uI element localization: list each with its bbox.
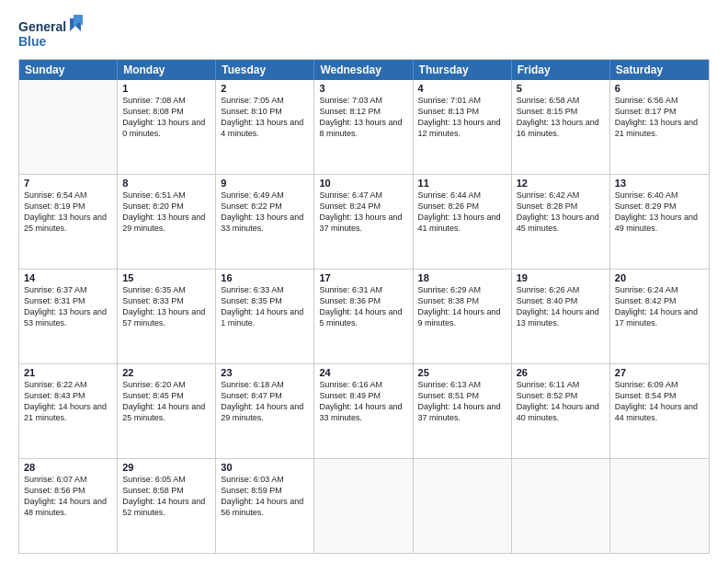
calendar-header: SundayMondayTuesdayWednesdayThursdayFrid… [19,60,709,80]
day-cell-4: 4Sunrise: 7:01 AMSunset: 8:13 PMDaylight… [414,80,512,174]
day-info: Sunrise: 6:44 AMSunset: 8:26 PMDaylight:… [418,190,501,233]
day-cell-21: 21Sunrise: 6:22 AMSunset: 8:43 PMDayligh… [19,364,118,458]
day-number: 24 [319,367,407,378]
logo: General Blue [18,15,83,52]
day-number: 15 [122,272,210,283]
day-number: 14 [24,272,112,283]
empty-cell [512,459,610,553]
day-info: Sunrise: 6:35 AMSunset: 8:33 PMDaylight:… [122,285,205,327]
day-number: 7 [24,178,112,189]
calendar-row-4: 21Sunrise: 6:22 AMSunset: 8:43 PMDayligh… [19,363,709,458]
day-cell-11: 11Sunrise: 6:44 AMSunset: 8:26 PMDayligh… [414,175,512,269]
day-cell-12: 12Sunrise: 6:42 AMSunset: 8:28 PMDayligh… [512,175,610,269]
day-info: Sunrise: 6:11 AMSunset: 8:52 PMDaylight:… [517,380,599,422]
day-info: Sunrise: 6:26 AMSunset: 8:40 PMDaylight:… [517,285,599,327]
day-cell-7: 7Sunrise: 6:54 AMSunset: 8:19 PMDaylight… [19,175,118,269]
day-cell-10: 10Sunrise: 6:47 AMSunset: 8:24 PMDayligh… [314,175,413,269]
day-info: Sunrise: 6:49 AMSunset: 8:22 PMDaylight:… [221,190,303,233]
day-info: Sunrise: 6:58 AMSunset: 8:15 PMDaylight:… [517,96,599,138]
day-number: 3 [319,83,407,94]
day-cell-13: 13Sunrise: 6:40 AMSunset: 8:29 PMDayligh… [610,175,709,269]
day-cell-23: 23Sunrise: 6:18 AMSunset: 8:47 PMDayligh… [216,364,314,458]
day-cell-27: 27Sunrise: 6:09 AMSunset: 8:54 PMDayligh… [610,364,709,458]
day-info: Sunrise: 6:33 AMSunset: 8:35 PMDaylight:… [221,285,303,327]
logo-svg: General Blue [18,15,83,52]
svg-text:General: General [18,19,66,34]
day-number: 8 [122,178,210,189]
svg-text:Blue: Blue [18,34,47,49]
day-cell-5: 5Sunrise: 6:58 AMSunset: 8:15 PMDaylight… [512,80,610,174]
day-info: Sunrise: 6:31 AMSunset: 8:36 PMDaylight:… [319,285,402,327]
header-cell-saturday: Saturday [610,60,709,80]
day-number: 29 [122,462,210,473]
calendar-row-2: 7Sunrise: 6:54 AMSunset: 8:19 PMDaylight… [19,174,709,269]
header-cell-thursday: Thursday [414,60,512,80]
day-number: 17 [319,272,407,283]
day-number: 13 [615,178,704,189]
header-cell-monday: Monday [118,60,216,80]
day-number: 25 [418,367,506,378]
day-info: Sunrise: 6:20 AMSunset: 8:45 PMDaylight:… [122,380,205,422]
day-info: Sunrise: 6:03 AMSunset: 8:59 PMDaylight:… [221,475,303,517]
day-number: 20 [615,272,704,283]
day-info: Sunrise: 7:01 AMSunset: 8:13 PMDaylight:… [418,96,501,138]
day-number: 27 [615,367,704,378]
day-number: 26 [517,367,605,378]
day-info: Sunrise: 6:13 AMSunset: 8:51 PMDaylight:… [418,380,501,422]
day-info: Sunrise: 6:42 AMSunset: 8:28 PMDaylight:… [517,190,599,233]
day-number: 28 [24,462,112,473]
day-cell-18: 18Sunrise: 6:29 AMSunset: 8:38 PMDayligh… [414,270,512,363]
day-number: 4 [418,83,506,94]
day-number: 5 [517,83,605,94]
day-info: Sunrise: 6:09 AMSunset: 8:54 PMDaylight:… [615,380,698,422]
day-info: Sunrise: 6:47 AMSunset: 8:24 PMDaylight:… [319,190,402,233]
empty-cell [414,459,512,553]
day-info: Sunrise: 6:24 AMSunset: 8:42 PMDaylight:… [615,285,698,327]
day-cell-25: 25Sunrise: 6:13 AMSunset: 8:51 PMDayligh… [414,364,512,458]
empty-cell [314,459,413,553]
calendar: SundayMondayTuesdayWednesdayThursdayFrid… [18,59,710,554]
day-number: 19 [517,272,605,283]
day-cell-22: 22Sunrise: 6:20 AMSunset: 8:45 PMDayligh… [118,364,216,458]
page-header: General Blue [18,15,710,52]
day-info: Sunrise: 7:03 AMSunset: 8:12 PMDaylight:… [319,96,402,138]
day-cell-15: 15Sunrise: 6:35 AMSunset: 8:33 PMDayligh… [118,270,216,363]
day-number: 12 [517,178,605,189]
day-number: 11 [418,178,506,189]
day-number: 16 [221,272,309,283]
day-info: Sunrise: 6:54 AMSunset: 8:19 PMDaylight:… [24,190,107,233]
day-cell-17: 17Sunrise: 6:31 AMSunset: 8:36 PMDayligh… [314,270,413,363]
day-number: 22 [122,367,210,378]
day-cell-6: 6Sunrise: 6:56 AMSunset: 8:17 PMDaylight… [610,80,709,174]
day-cell-28: 28Sunrise: 6:07 AMSunset: 8:56 PMDayligh… [19,459,118,553]
day-info: Sunrise: 6:29 AMSunset: 8:38 PMDaylight:… [418,285,501,327]
day-cell-16: 16Sunrise: 6:33 AMSunset: 8:35 PMDayligh… [216,270,314,363]
calendar-row-1: 1Sunrise: 7:08 AMSunset: 8:08 PMDaylight… [19,80,709,174]
day-info: Sunrise: 6:07 AMSunset: 8:56 PMDaylight:… [24,475,107,517]
day-cell-9: 9Sunrise: 6:49 AMSunset: 8:22 PMDaylight… [216,175,314,269]
day-number: 1 [122,83,210,94]
header-cell-tuesday: Tuesday [216,60,314,80]
day-cell-26: 26Sunrise: 6:11 AMSunset: 8:52 PMDayligh… [512,364,610,458]
day-info: Sunrise: 6:40 AMSunset: 8:29 PMDaylight:… [615,190,698,233]
day-cell-2: 2Sunrise: 7:05 AMSunset: 8:10 PMDaylight… [216,80,314,174]
day-number: 30 [221,462,309,473]
day-info: Sunrise: 6:05 AMSunset: 8:58 PMDaylight:… [122,475,205,517]
day-info: Sunrise: 6:51 AMSunset: 8:20 PMDaylight:… [122,190,205,233]
day-cell-3: 3Sunrise: 7:03 AMSunset: 8:12 PMDaylight… [314,80,413,174]
day-cell-14: 14Sunrise: 6:37 AMSunset: 8:31 PMDayligh… [19,270,118,363]
header-cell-wednesday: Wednesday [314,60,413,80]
calendar-body: 1Sunrise: 7:08 AMSunset: 8:08 PMDaylight… [19,80,709,553]
calendar-row-3: 14Sunrise: 6:37 AMSunset: 8:31 PMDayligh… [19,269,709,363]
day-number: 9 [221,178,309,189]
empty-cell [19,80,118,174]
day-cell-24: 24Sunrise: 6:16 AMSunset: 8:49 PMDayligh… [314,364,413,458]
day-cell-29: 29Sunrise: 6:05 AMSunset: 8:58 PMDayligh… [118,459,216,553]
day-number: 21 [24,367,112,378]
day-number: 6 [615,83,704,94]
day-number: 10 [319,178,407,189]
day-info: Sunrise: 6:18 AMSunset: 8:47 PMDaylight:… [221,380,303,422]
day-number: 2 [221,83,309,94]
day-cell-1: 1Sunrise: 7:08 AMSunset: 8:08 PMDaylight… [118,80,216,174]
day-cell-30: 30Sunrise: 6:03 AMSunset: 8:59 PMDayligh… [216,459,314,553]
